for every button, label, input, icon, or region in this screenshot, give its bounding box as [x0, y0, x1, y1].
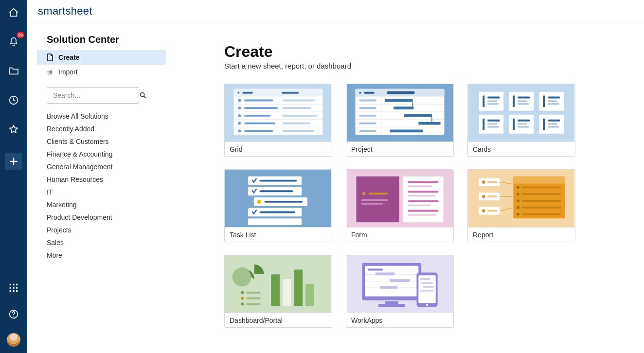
notifications-icon[interactable]: 29 — [6, 34, 21, 50]
card-thumb-cards-icon — [468, 84, 575, 141]
svg-rect-75 — [548, 97, 560, 99]
sidebar-link-projects[interactable]: Projects — [47, 226, 166, 234]
card-label: Grid — [225, 141, 332, 156]
svg-rect-105 — [361, 199, 388, 201]
create-card-project[interactable]: Project — [346, 84, 454, 157]
svg-rect-71 — [518, 97, 530, 99]
svg-rect-67 — [487, 97, 500, 99]
svg-rect-133 — [522, 200, 561, 202]
app-launcher-icon[interactable] — [6, 280, 21, 296]
svg-rect-104 — [369, 193, 388, 194]
svg-rect-66 — [483, 96, 484, 107]
create-card-workapps[interactable]: WorkApps — [346, 255, 454, 328]
svg-rect-55 — [394, 106, 413, 109]
create-button[interactable] — [5, 153, 22, 170]
svg-rect-72 — [518, 100, 527, 102]
sidebar-link-general-management[interactable]: General Management — [47, 163, 166, 171]
home-icon[interactable] — [6, 5, 21, 20]
svg-rect-109 — [408, 185, 432, 187]
svg-point-16 — [237, 92, 239, 94]
svg-rect-73 — [518, 103, 529, 105]
favorites-icon[interactable] — [6, 122, 21, 137]
sidebar-link-sales[interactable]: Sales — [47, 239, 166, 247]
svg-rect-30 — [244, 115, 270, 117]
search-input[interactable] — [47, 87, 139, 104]
sidebar-link-clients-customers[interactable]: Clients & Customers — [47, 138, 166, 145]
search-field[interactable] — [52, 91, 139, 100]
create-card-form[interactable]: Form — [346, 169, 454, 242]
sidebar-link-it[interactable]: IT — [47, 188, 166, 196]
svg-rect-8 — [13, 290, 14, 292]
sidebar-link-more[interactable]: More — [47, 251, 166, 259]
svg-rect-125 — [487, 210, 497, 212]
svg-rect-52 — [359, 123, 376, 124]
svg-rect-164 — [421, 282, 433, 284]
avatar[interactable] — [6, 333, 21, 347]
sidebar-link-finance-accounting[interactable]: Finance & Accounting — [47, 150, 166, 158]
svg-rect-24 — [244, 99, 273, 101]
sidebar-item-create[interactable]: Create — [37, 50, 166, 65]
svg-point-29 — [238, 114, 241, 117]
svg-rect-163 — [420, 278, 430, 280]
folder-icon[interactable] — [6, 63, 21, 79]
svg-rect-17 — [242, 92, 253, 94]
create-card-task-list[interactable]: Task List — [224, 169, 332, 242]
svg-point-141 — [241, 297, 244, 300]
sidebar-link-recently-added[interactable]: Recently Added — [47, 125, 166, 133]
svg-rect-3 — [16, 284, 18, 285]
sidebar-link-browse-all[interactable]: Browse All Solutions — [47, 112, 166, 120]
recent-icon[interactable] — [6, 92, 21, 108]
svg-point-167 — [426, 304, 428, 306]
main-content: Create Start a new sheet, report, or das… — [176, 22, 644, 353]
svg-rect-111 — [408, 195, 435, 196]
card-thumb-task-list-icon — [225, 170, 332, 227]
svg-rect-57 — [418, 122, 440, 125]
sidebar-item-label: Create — [58, 53, 80, 61]
card-label: Dashboard/Portal — [225, 313, 332, 327]
card-thumb-form-icon — [346, 170, 453, 227]
sidebar-link-human-resources[interactable]: Human Resources — [47, 176, 166, 183]
svg-rect-135 — [522, 207, 561, 209]
svg-rect-68 — [487, 100, 497, 102]
svg-rect-165 — [423, 286, 434, 288]
create-card-cards[interactable]: Cards — [467, 84, 575, 157]
svg-point-134 — [517, 206, 519, 209]
sidebar-item-import[interactable]: Import — [37, 65, 166, 79]
svg-point-41 — [359, 92, 361, 94]
svg-rect-127 — [513, 176, 565, 184]
svg-point-35 — [238, 129, 241, 132]
svg-rect-106 — [361, 203, 383, 205]
svg-rect-1 — [10, 284, 11, 285]
svg-point-130 — [517, 193, 519, 195]
svg-rect-27 — [244, 107, 278, 109]
svg-rect-74 — [543, 96, 545, 107]
create-card-report[interactable]: Report — [467, 169, 575, 242]
card-thumb-workapps-icon — [346, 255, 453, 313]
create-card-dashboard[interactable]: Dashboard/Portal — [224, 255, 332, 328]
svg-point-124 — [482, 209, 485, 212]
svg-rect-4 — [10, 287, 11, 288]
svg-point-139 — [241, 291, 244, 294]
svg-rect-42 — [364, 92, 375, 94]
svg-rect-153 — [378, 304, 405, 307]
svg-point-121 — [482, 195, 485, 198]
svg-point-96 — [257, 200, 261, 204]
svg-rect-114 — [408, 210, 439, 212]
svg-rect-34 — [283, 123, 310, 124]
svg-rect-36 — [244, 130, 273, 132]
svg-rect-166 — [420, 290, 433, 292]
card-label: Report — [468, 227, 575, 242]
svg-rect-159 — [390, 279, 410, 282]
svg-rect-94 — [260, 190, 293, 192]
nav-rail: 29 — [0, 0, 27, 353]
sidebar-link-product-development[interactable]: Product Development — [47, 213, 166, 221]
sidebar-link-marketing[interactable]: Marketing — [47, 201, 166, 209]
svg-point-23 — [238, 99, 241, 102]
svg-rect-50 — [359, 107, 376, 109]
create-card-grid[interactable]: Grid — [224, 84, 332, 157]
svg-rect-140 — [246, 292, 261, 294]
notification-badge: 29 — [17, 32, 24, 38]
help-icon[interactable] — [6, 306, 21, 322]
svg-rect-76 — [548, 100, 557, 102]
svg-rect-80 — [487, 124, 497, 125]
